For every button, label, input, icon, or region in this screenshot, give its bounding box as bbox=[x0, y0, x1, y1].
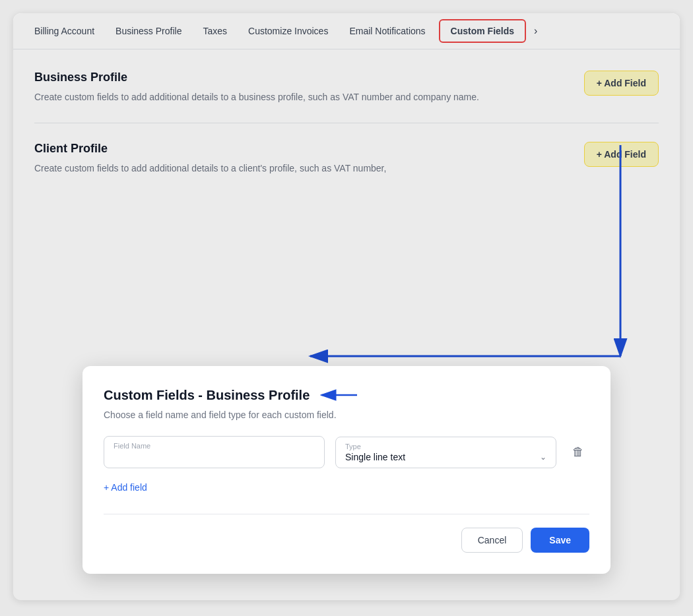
modal-title: Custom Fields - Business Profile bbox=[104, 387, 589, 403]
modal-actions: Cancel Save bbox=[104, 528, 589, 553]
type-value: Single line text bbox=[345, 452, 405, 462]
modal-divider bbox=[104, 514, 589, 514]
field-name-label: Field Name bbox=[114, 442, 150, 450]
chevron-down-icon: ⌄ bbox=[540, 452, 546, 462]
type-select-row[interactable]: Single line text ⌄ bbox=[345, 452, 546, 462]
modal-custom-fields: Custom Fields - Business Profile Choose … bbox=[82, 366, 610, 574]
modal-backdrop: Custom Fields - Business Profile Choose … bbox=[13, 13, 680, 600]
trash-icon: 🗑 bbox=[572, 445, 584, 459]
form-row: Field Name Type Single line text ⌄ 🗑 bbox=[104, 436, 589, 468]
type-label: Type bbox=[345, 443, 546, 450]
modal-arrow-annotation bbox=[317, 387, 357, 403]
type-wrapper[interactable]: Type Single line text ⌄ bbox=[335, 437, 556, 468]
save-button[interactable]: Save bbox=[531, 528, 589, 553]
add-field-link[interactable]: + Add field bbox=[104, 482, 147, 493]
delete-field-button[interactable]: 🗑 bbox=[567, 440, 589, 464]
app-container: Billing Account Business Profile Taxes C… bbox=[13, 13, 680, 600]
cancel-button[interactable]: Cancel bbox=[461, 528, 523, 553]
modal-subtitle: Choose a field name and field type for e… bbox=[104, 410, 589, 420]
field-name-wrapper: Field Name bbox=[104, 436, 325, 468]
